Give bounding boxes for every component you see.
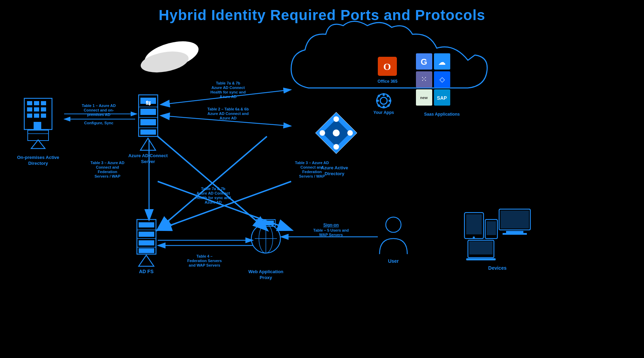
your-apps-icon (376, 93, 391, 108)
svg-text:Azure AD: Azure AD (219, 95, 236, 99)
cursor-icon (139, 36, 201, 75)
azure-ad-icon (315, 112, 357, 154)
svg-rect-50 (140, 109, 156, 115)
cloud-group: Azure Active Directory O Office 365 (291, 21, 487, 177)
svg-text:AD FS: AD FS (139, 269, 154, 274)
svg-point-6 (333, 129, 340, 136)
svg-text:Directory: Directory (28, 161, 48, 166)
svg-text:Table 3 – Azure AD: Table 3 – Azure AD (90, 161, 124, 165)
svg-rect-90 (466, 258, 496, 260)
svg-text:Connect and: Connect and (96, 165, 119, 169)
svg-text:Proxy: Proxy (260, 275, 272, 280)
svg-rect-87 (503, 233, 527, 235)
svg-rect-39 (34, 114, 39, 118)
svg-text:User: User (388, 258, 399, 264)
svg-rect-12 (383, 106, 385, 108)
main-container: Hybrid Identity Required Ports and Proto… (0, 0, 644, 358)
ad-fs-group: AD FS (137, 220, 156, 274)
svg-rect-37 (41, 107, 46, 111)
user-group: User (380, 217, 407, 264)
saas-label: Saas Applications (424, 112, 460, 117)
svg-rect-85 (501, 211, 529, 229)
svg-point-5 (320, 130, 325, 136)
svg-text:Federation: Federation (98, 170, 118, 174)
svg-rect-11 (383, 93, 385, 96)
svg-rect-54 (140, 129, 156, 135)
svg-text:Servers / WAP: Servers / WAP (95, 174, 121, 178)
svg-text:O: O (383, 61, 391, 72)
svg-text:and WAP Servers: and WAP Servers (189, 263, 220, 267)
cloud-shape (291, 21, 487, 88)
svg-rect-40 (41, 114, 46, 118)
svg-rect-64 (139, 240, 154, 245)
svg-rect-83 (487, 221, 496, 235)
svg-rect-14 (389, 100, 391, 102)
svg-rect-62 (139, 232, 154, 237)
svg-text:SAP: SAP (437, 95, 447, 101)
azure-ad-label2: Directory (324, 171, 345, 176)
svg-text:Table 7a & 7b: Table 7a & 7b (216, 81, 240, 85)
svg-text:Sign-on: Sign-on (323, 223, 339, 227)
svg-text:☁: ☁ (438, 58, 446, 66)
svg-rect-86 (506, 231, 523, 233)
diagram-svg: Azure Active Directory O Office 365 (0, 15, 644, 358)
svg-text:Web Application: Web Application (248, 269, 283, 274)
svg-text:◇: ◇ (440, 75, 445, 83)
svg-text:On-premises Active: On-premises Active (17, 155, 59, 160)
svg-rect-66 (139, 248, 154, 253)
svg-text:Devices: Devices (488, 265, 507, 271)
svg-rect-34 (41, 101, 46, 105)
svg-rect-32 (27, 101, 32, 105)
devices-group: Devices (464, 209, 530, 271)
svg-text:Table 3 – Azure AD: Table 3 – Azure AD (295, 161, 329, 165)
svg-text:Configure, Sync: Configure, Sync (84, 121, 113, 125)
azure-connect-group: ⇆ Azure AD Connect Server (128, 95, 168, 164)
on-prem-ad-group: On-premises Active Directory (17, 98, 59, 166)
svg-rect-52 (140, 119, 156, 125)
office365-icon-group: O (378, 57, 397, 76)
svg-rect-89 (469, 241, 493, 254)
svg-rect-38 (27, 114, 32, 118)
svg-point-10 (380, 97, 387, 104)
svg-text:Azure AD Connect: Azure AD Connect (197, 191, 230, 195)
svg-marker-44 (31, 140, 45, 149)
svg-text:premises AD: premises AD (87, 113, 111, 117)
svg-text:WAP Servers: WAP Servers (319, 233, 343, 237)
svg-rect-60 (139, 222, 154, 227)
svg-text:Table 2 – Table 6a & 6b: Table 2 – Table 6a & 6b (207, 107, 249, 111)
svg-text:Azure AD Connect: Azure AD Connect (211, 86, 245, 90)
svg-marker-67 (139, 255, 154, 266)
svg-text:Health for sync and: Health for sync and (210, 90, 246, 94)
svg-text:Connect and on-: Connect and on- (84, 108, 114, 112)
svg-point-77 (386, 217, 401, 232)
svg-text:Servers / WAP: Servers / WAP (299, 174, 325, 178)
svg-rect-35 (27, 107, 32, 111)
svg-rect-13 (376, 100, 379, 102)
svg-text:Azure AD Connect and: Azure AD Connect and (208, 111, 249, 116)
svg-rect-33 (34, 101, 39, 105)
svg-text:Azure AD Connect: Azure AD Connect (128, 153, 168, 158)
svg-rect-80 (466, 214, 482, 234)
svg-point-3 (347, 130, 353, 136)
svg-text:Table 7a & 7b: Table 7a & 7b (201, 187, 225, 191)
svg-point-81 (473, 236, 475, 239)
svg-rect-42 (28, 130, 49, 141)
svg-text:Connect and: Connect and (301, 165, 324, 169)
svg-text:Table 1 – Azure AD: Table 1 – Azure AD (82, 104, 116, 108)
svg-text:⁙: ⁙ (421, 75, 427, 83)
svg-text:Federation Servers: Federation Servers (187, 259, 222, 263)
svg-marker-56 (140, 138, 156, 150)
svg-point-4 (333, 144, 339, 150)
svg-text:Table – 5 Users and: Table – 5 Users and (313, 228, 349, 232)
svg-text:Federation: Federation (302, 170, 322, 174)
svg-point-2 (333, 116, 339, 122)
svg-text:Table 4 –: Table 4 – (197, 254, 212, 258)
azure-ad-label: Azure Active (321, 165, 348, 170)
your-apps-label: Your Apps (373, 110, 394, 115)
svg-text:new: new (420, 96, 428, 100)
svg-text:⇆: ⇆ (146, 100, 151, 107)
svg-text:Azure AD: Azure AD (219, 116, 236, 120)
svg-rect-36 (34, 107, 39, 111)
svg-rect-41 (34, 122, 41, 129)
office365-label: Office 365 (377, 79, 398, 84)
